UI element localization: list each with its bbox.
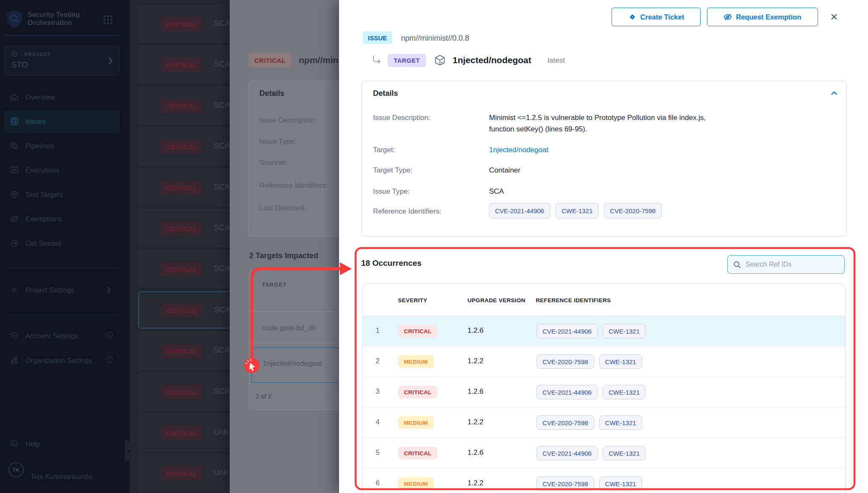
sidebar-item-project-settings[interactable]: Project Settings ❯: [0, 279, 130, 302]
sidebar-item-get-started[interactable]: Get Started: [0, 232, 130, 255]
target-row-selected[interactable]: 1njected/nodegoat: [251, 347, 339, 383]
issue-list-item[interactable]: CRITICALSCA: [138, 5, 230, 42]
sidebar-item-organization-settings[interactable]: Organization Settings: [0, 349, 130, 372]
sidebar-item-overview[interactable]: Overview: [0, 86, 130, 109]
issue-list-item[interactable]: CRITICALSCA: [138, 209, 230, 247]
target-name: 1njected/nodegoat: [453, 55, 531, 65]
field-label: Last Detected:: [259, 204, 306, 212]
sidebar: Security Testing Orchestration PROJECT S…: [0, 0, 130, 493]
ref-chip[interactable]: CVE-2021-44906: [537, 324, 598, 338]
request-exemption-button[interactable]: Request Exemption: [707, 8, 818, 26]
issue-list-item[interactable]: CRITICALUnk: [138, 414, 230, 451]
target-link[interactable]: 1njected/nodegoat: [489, 146, 548, 154]
ref-chip[interactable]: CVE-2021-44906: [537, 446, 598, 460]
ref-chip[interactable]: CVE-2020-7598: [537, 354, 594, 369]
occurrence-row[interactable]: 3CRITICAL1.2.6CVE-2021-44906CWE-1321: [363, 376, 845, 407]
sidebar-item-issues[interactable]: Issues: [0, 110, 130, 133]
occurrence-row[interactable]: 6MEDIUM1.2.2CVE-2020-7598CWE-1321: [363, 468, 845, 493]
row-number: 6: [369, 479, 386, 487]
field-label: Reference Identifiers:: [373, 207, 442, 216]
issue-list-item[interactable]: CRITICALSCA: [138, 46, 230, 83]
field-label: Scanner:: [259, 159, 288, 167]
layers-icon: [10, 331, 19, 340]
sidebar-item-test-targets[interactable]: Test Targets: [0, 184, 130, 206]
project-selector[interactable]: PROJECT STO ❯: [4, 45, 120, 75]
field-label: Issue Description:: [259, 116, 317, 125]
close-icon[interactable]: ✕: [827, 10, 841, 24]
ref-chip[interactable]: CWE-1321: [603, 446, 645, 460]
ref-chip[interactable]: CVE-2021-44906: [489, 203, 550, 218]
container-cube-icon: [434, 54, 445, 66]
ref-chip[interactable]: CVE-2020-7598: [537, 415, 594, 430]
branch-arrow-icon: [371, 54, 382, 65]
ref-chip[interactable]: CVE-2021-44906: [537, 385, 598, 399]
chevron-up-icon[interactable]: [830, 91, 838, 96]
sidebar-divider: [4, 315, 120, 315]
info-icon: [106, 331, 113, 339]
occurrence-row[interactable]: 4MEDIUM1.2.2CVE-2020-7598CWE-1321: [363, 407, 845, 437]
issue-details-panel: CRITICAL npm//min Details Issue Descript…: [230, 0, 339, 493]
occurrence-row[interactable]: 2MEDIUM1.2.2CVE-2020-7598CWE-1321: [363, 346, 845, 376]
sidebar-item-exemptions[interactable]: Exemptions: [0, 208, 130, 231]
issue-list-item[interactable]: CRITICALUnk: [138, 454, 230, 492]
ref-chip[interactable]: CWE-1321: [556, 203, 598, 218]
issue-list-item[interactable]: CRITICALSCA: [138, 169, 230, 206]
issue-list-item[interactable]: CRITICALSCA: [138, 87, 230, 124]
issue-type-value: SCA: [489, 187, 504, 196]
upgrade-version: 1.2.6: [467, 387, 484, 396]
row-number: 5: [369, 448, 386, 457]
occurrence-row[interactable]: 5CRITICAL1.2.6CVE-2021-44906CWE-1321: [363, 437, 845, 468]
create-ticket-button[interactable]: Create Ticket: [612, 8, 701, 26]
upgrade-version: 1.2.2: [467, 418, 484, 426]
ref-chip[interactable]: CWE-1321: [599, 354, 642, 369]
sidebar-item-pipelines[interactable]: Pipelines: [0, 135, 130, 158]
severity-badge: CRITICAL: [161, 181, 203, 195]
occurrences-table: SEVERITY UPGRADE VERSION REFERENCE IDENT…: [362, 284, 846, 493]
issue-list-item[interactable]: CRITICALSCA: [138, 373, 230, 410]
eye-off-icon: [10, 214, 19, 223]
sto-logo-icon: [6, 10, 23, 28]
sidebar-item-user[interactable]: TK Teja Kummarikuntla: [0, 465, 130, 488]
sidebar-item-executions[interactable]: Executions: [0, 159, 130, 182]
ref-chip[interactable]: CWE-1321: [599, 476, 642, 491]
target-occurrences-drawer: Create Ticket Request Exemption ✕ ISSUE …: [339, 0, 868, 493]
sidebar-header: Security Testing Orchestration: [0, 0, 130, 35]
issue-list-item[interactable]: CRITICALSCA: [138, 332, 230, 369]
severity-badge: CRITICAL: [398, 447, 437, 460]
severity-badge: CRITICAL: [161, 17, 203, 31]
issue-name: npm//minimist//0.0.8: [401, 34, 469, 43]
occurrence-row[interactable]: 1CRITICAL1.2.6CVE-2021-44906CWE-1321: [363, 315, 845, 346]
issues-list-panel: CRITICALSCACRITICALSCACRITICALSCACRITICA…: [130, 0, 230, 493]
sidebar-item-account-settings[interactable]: Account Settings: [0, 325, 130, 348]
target-type-value: Container: [489, 166, 520, 175]
severity-badge: CRITICAL: [161, 426, 203, 440]
reference-identifiers: CVE-2021-44906CWE-1321: [537, 324, 645, 338]
ref-chip[interactable]: CWE-1321: [603, 324, 645, 338]
ref-chip[interactable]: CVE-2020-7598: [604, 203, 662, 218]
issue-type: SCA: [214, 141, 230, 150]
module-grid-icon[interactable]: [103, 15, 114, 25]
field-label: Target:: [373, 146, 395, 154]
upgrade-version: 1.2.2: [467, 357, 484, 365]
column-header: SEVERITY: [398, 297, 427, 304]
issue-list-item[interactable]: CRITICALSCA: [138, 128, 230, 165]
ref-chip[interactable]: CWE-1321: [603, 385, 645, 399]
reference-identifiers: CVE-2021-44906CWE-1321: [537, 385, 645, 399]
issue-type: SCA: [214, 345, 230, 355]
eye-off-icon: [723, 13, 732, 21]
ref-chip[interactable]: CWE-1321: [599, 415, 642, 430]
issue-type: Unk: [214, 468, 228, 477]
search-input[interactable]: [746, 256, 841, 273]
issue-list-item[interactable]: CRITICALSCA: [138, 250, 230, 287]
severity-badge: MEDIUM: [398, 355, 434, 368]
issue-list-item[interactable]: CRITICALSCA: [138, 291, 230, 329]
field-label: Issue Type:: [373, 187, 410, 196]
home-icon: [10, 92, 19, 102]
sidebar-item-help[interactable]: ? Help: [0, 433, 130, 456]
target-row[interactable]: node.goat-bd_dh: [262, 324, 317, 332]
severity-badge: CRITICAL: [398, 386, 437, 398]
issue-description-value: Minimist <=1.2.5 is vulnerable to Protot…: [489, 112, 729, 135]
ref-chip[interactable]: CVE-2020-7598: [537, 476, 594, 491]
help-chat-icon: ?: [10, 439, 19, 448]
targets-table: TARGET node.goat-bd_dh 1njected/nodegoat…: [249, 270, 339, 410]
